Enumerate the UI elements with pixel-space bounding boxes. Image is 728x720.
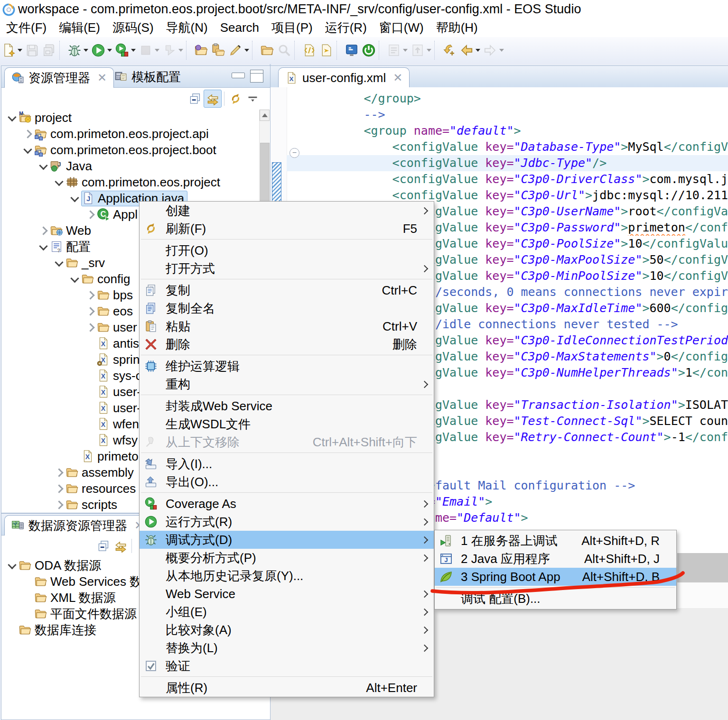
menubar-item[interactable]: 文件(F) bbox=[0, 18, 53, 37]
context-menu-item[interactable]: 比较对象(A) bbox=[140, 621, 434, 639]
context-menu-item[interactable]: 从上下文移除Ctrl+Alt+Shift+向下 bbox=[140, 433, 434, 451]
context-menu-item[interactable]: 调试方式(D) bbox=[140, 531, 434, 549]
toolbar-open-resource-button[interactable] bbox=[193, 40, 210, 61]
context-menu-item[interactable]: 维护运算逻辑 bbox=[140, 357, 434, 375]
debug-submenu-item[interactable]: 3 Spring Boot AppAlt+Shift+D, B bbox=[435, 568, 676, 586]
tab-datasource-explorer[interactable]: 数据源资源管理器 ✕ bbox=[4, 515, 151, 535]
toolbar-profile-button[interactable] bbox=[161, 40, 185, 61]
tab-template-config[interactable]: 模板配置 bbox=[108, 67, 187, 87]
dropdown-caret-icon[interactable] bbox=[499, 49, 504, 52]
toolbar-paste-folder-button[interactable] bbox=[210, 40, 227, 61]
toolbar-xml-transform-button[interactable] bbox=[318, 40, 335, 61]
context-menu-item[interactable]: 删除删除 bbox=[140, 335, 434, 353]
menubar-item[interactable]: 导航(N) bbox=[160, 18, 214, 37]
chevron-down-icon[interactable] bbox=[5, 563, 19, 569]
context-menu-item[interactable]: 替换为(L) bbox=[140, 639, 434, 657]
menubar-item[interactable]: 窗口(W) bbox=[373, 18, 430, 37]
context-menu-item[interactable]: 验证 bbox=[140, 657, 434, 675]
maximize-icon[interactable] bbox=[250, 70, 263, 83]
context-menu-item[interactable]: 属性(R)Alt+Enter bbox=[140, 679, 434, 697]
close-icon[interactable]: ✕ bbox=[393, 72, 402, 83]
chevron-right-icon[interactable] bbox=[52, 486, 65, 492]
menubar-item[interactable]: 源码(S) bbox=[106, 18, 160, 37]
toolbar-upload-button[interactable] bbox=[409, 40, 433, 61]
chevron-down-icon[interactable] bbox=[52, 179, 65, 185]
toolbar-forward-button[interactable] bbox=[482, 40, 505, 61]
collapse-all-icon[interactable] bbox=[95, 537, 112, 554]
scrollbar-thumb[interactable] bbox=[260, 143, 270, 202]
view-menu-icon[interactable] bbox=[244, 90, 261, 107]
tree-item[interactable]: com.primeton.eos.project.boot bbox=[1, 142, 259, 158]
dropdown-caret-icon[interactable] bbox=[427, 49, 431, 52]
dropdown-caret-icon[interactable] bbox=[84, 49, 88, 52]
link-with-editor-icon[interactable] bbox=[204, 90, 222, 108]
toolbar-highlighter-button[interactable] bbox=[227, 40, 251, 61]
context-menu-item[interactable]: 从本地历史记录复原(Y)... bbox=[140, 567, 434, 585]
toolbar-console-button[interactable] bbox=[343, 40, 360, 61]
toolbar-xml-run-button[interactable] bbox=[301, 40, 318, 61]
context-menu-item[interactable]: Coverage As bbox=[140, 495, 434, 513]
toolbar-coverage-button[interactable] bbox=[113, 40, 137, 61]
toolbar-search-button[interactable] bbox=[276, 40, 293, 61]
dropdown-caret-icon[interactable] bbox=[18, 49, 22, 52]
context-menu-item[interactable]: 粘贴Ctrl+V bbox=[140, 317, 434, 335]
menubar-item[interactable]: 运行(R) bbox=[319, 18, 373, 37]
context-menu-item[interactable]: 复制全名 bbox=[140, 299, 434, 317]
menubar-item[interactable]: 编辑(E) bbox=[53, 18, 106, 37]
context-menu-item[interactable]: 封装成Web Service bbox=[140, 397, 434, 415]
toolbar-stop-button[interactable] bbox=[137, 40, 161, 61]
context-menu-item[interactable]: 打开(O) bbox=[140, 241, 434, 259]
dropdown-caret-icon[interactable] bbox=[107, 49, 112, 52]
chevron-right-icon[interactable] bbox=[84, 212, 97, 218]
chevron-down-icon[interactable] bbox=[68, 276, 81, 282]
dropdown-caret-icon[interactable] bbox=[244, 49, 249, 52]
context-menu-item[interactable]: 生成WSDL文件 bbox=[140, 415, 434, 433]
menubar-item[interactable]: 帮助(H) bbox=[430, 18, 484, 37]
toolbar-task-list-button[interactable] bbox=[385, 40, 409, 61]
scroll-up-icon[interactable] bbox=[260, 110, 270, 121]
debug-submenu-item[interactable]: J2 Java 应用程序Alt+Shift+D, J bbox=[435, 550, 676, 568]
dropdown-caret-icon[interactable] bbox=[476, 49, 480, 52]
tree-item[interactable]: JJava bbox=[1, 158, 259, 174]
context-menu-item[interactable]: 运行方式(R) bbox=[140, 513, 434, 531]
context-menu-item[interactable]: 复制Ctrl+C bbox=[140, 281, 434, 299]
chevron-down-icon[interactable] bbox=[52, 260, 65, 266]
menubar-item[interactable]: Search bbox=[214, 18, 265, 37]
menubar-item[interactable]: 项目(P) bbox=[265, 18, 319, 37]
chevron-right-icon[interactable] bbox=[84, 324, 97, 331]
debug-submenu-item[interactable]: 调试 配置(B)... bbox=[435, 590, 676, 608]
toolbar-run-button[interactable] bbox=[90, 40, 113, 61]
chevron-right-icon[interactable] bbox=[84, 292, 97, 298]
context-menu-item[interactable]: 创建 bbox=[140, 202, 434, 220]
dropdown-caret-icon[interactable] bbox=[403, 49, 408, 52]
toolbar-save-button[interactable] bbox=[24, 40, 41, 61]
tab-resource-explorer[interactable]: 资源管理器 ✕ bbox=[4, 67, 114, 88]
context-menu-item[interactable]: 导出(O)... bbox=[140, 473, 434, 491]
toolbar-new-wizard-button[interactable] bbox=[0, 40, 24, 61]
chevron-down-icon[interactable] bbox=[21, 147, 34, 153]
chevron-down-icon[interactable] bbox=[68, 195, 81, 202]
chevron-down-icon[interactable] bbox=[37, 163, 50, 169]
dropdown-caret-icon[interactable] bbox=[155, 49, 159, 52]
minimize-icon[interactable] bbox=[232, 73, 245, 78]
context-menu-item[interactable]: Web Service bbox=[140, 585, 434, 603]
toolbar-open-folder-button[interactable] bbox=[259, 40, 276, 61]
fold-collapse-icon[interactable]: − bbox=[289, 148, 299, 158]
refresh-icon[interactable] bbox=[227, 90, 244, 107]
chevron-right-icon[interactable] bbox=[52, 502, 65, 508]
link-with-editor-icon[interactable] bbox=[112, 537, 129, 554]
tree-item[interactable]: com.primeton.eos.project bbox=[1, 174, 259, 190]
dropdown-caret-icon[interactable] bbox=[131, 49, 136, 52]
toolbar-save-all-button[interactable] bbox=[41, 40, 58, 61]
collapse-all-icon[interactable] bbox=[187, 90, 204, 107]
toolbar-debug-button[interactable] bbox=[66, 40, 90, 61]
editor-tab-user-config[interactable]: X user-config.xml ✕ bbox=[278, 67, 410, 88]
context-menu-item[interactable]: 重构 bbox=[140, 375, 434, 393]
toolbar-back-button[interactable] bbox=[458, 40, 482, 61]
chevron-right-icon[interactable] bbox=[52, 470, 65, 476]
dropdown-caret-icon[interactable] bbox=[178, 49, 183, 52]
toolbar-start-server-button[interactable] bbox=[360, 40, 377, 61]
chevron-down-icon[interactable] bbox=[37, 244, 50, 250]
tree-item[interactable]: com.primeton.eos.project.api bbox=[1, 126, 259, 142]
chevron-right-icon[interactable] bbox=[37, 228, 50, 234]
